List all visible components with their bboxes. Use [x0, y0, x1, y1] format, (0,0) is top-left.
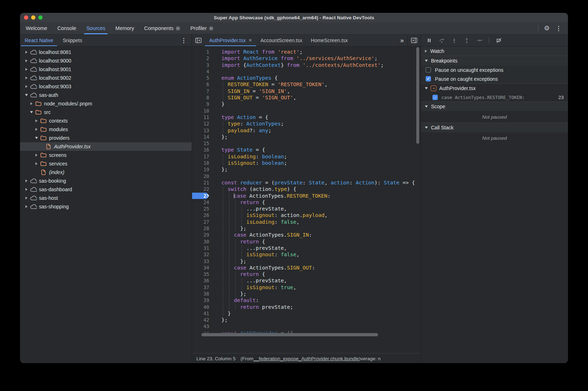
- code-line-31[interactable]: 31│ │ │ │ ...prevState,: [192, 245, 421, 251]
- line-number[interactable]: 7: [192, 88, 214, 94]
- code-line-15[interactable]: 15: [192, 140, 421, 147]
- close-window-icon[interactable]: [24, 15, 28, 20]
- tree-item-index[interactable]: (index): [20, 168, 192, 177]
- toggle-debugger-sidebar-icon[interactable]: [408, 35, 421, 46]
- line-number[interactable]: 5: [192, 75, 214, 81]
- pause-option-pause-on-uncaught-exceptions[interactable]: Pause on uncaught exceptions: [421, 65, 568, 74]
- tree-item-localhost-9002[interactable]: localhost:9002: [20, 74, 192, 82]
- minimize-window-icon[interactable]: [31, 15, 35, 20]
- code-line-33[interactable]: 33│ │ │ };: [192, 258, 421, 264]
- line-number[interactable]: 39: [192, 297, 214, 303]
- source-bundle-link[interactable]: __federation_expose_AuthProvider.chunk.b…: [254, 356, 359, 361]
- line-number[interactable]: 1: [192, 49, 214, 55]
- line-number[interactable]: 43: [192, 323, 214, 330]
- code-line-12[interactable]: 12│ type: ActionTypes;: [192, 120, 421, 127]
- line-number[interactable]: 31: [192, 245, 214, 251]
- main-tab-profiler[interactable]: Profiler: [185, 22, 219, 34]
- line-number[interactable]: 2: [192, 55, 214, 61]
- titlebar[interactable]: Super App Showcase (sdk_gphone64_arm64) …: [20, 13, 568, 22]
- settings-gear-icon[interactable]: ⚙: [544, 25, 550, 31]
- close-tab-icon[interactable]: ×: [249, 38, 252, 43]
- code-line-28[interactable]: 28│ │ │ };: [192, 225, 421, 232]
- line-number[interactable]: 6: [192, 81, 214, 88]
- code-line-43[interactable]: 43: [192, 323, 421, 330]
- line-number[interactable]: 32: [192, 251, 214, 258]
- line-number[interactable]: 37: [192, 284, 214, 291]
- navigator-tab-react-native[interactable]: React Native: [20, 35, 58, 46]
- more-tabs-icon[interactable]: »: [397, 35, 407, 46]
- line-number[interactable]: 27: [192, 219, 214, 225]
- line-number[interactable]: 3: [192, 62, 214, 68]
- code-line-38[interactable]: 38│ │ │ };: [192, 291, 421, 297]
- tree-item-localhost-9003[interactable]: localhost:9003: [20, 82, 192, 91]
- line-number[interactable]: 18: [192, 160, 214, 166]
- horizontal-scrollbar[interactable]: [201, 333, 378, 336]
- code-line-10[interactable]: 10: [192, 108, 421, 114]
- line-number[interactable]: 13: [192, 127, 214, 134]
- tree-item-src[interactable]: src: [20, 108, 192, 117]
- main-kebab-menu-icon[interactable]: ⋮: [555, 25, 562, 31]
- code-line-14[interactable]: 14};: [192, 134, 421, 140]
- code-line-18[interactable]: 18│ isSignout: boolean;: [192, 160, 421, 166]
- line-number[interactable]: 4: [192, 68, 214, 75]
- line-number[interactable]: 34: [192, 264, 214, 271]
- line-number[interactable]: 40: [192, 304, 214, 310]
- code-line-1[interactable]: 1import React from 'react';: [192, 49, 421, 55]
- line-number[interactable]: 12: [192, 120, 214, 127]
- watch-section-header[interactable]: Watch: [421, 46, 568, 56]
- code-line-11[interactable]: 11type Action = {: [192, 114, 421, 120]
- code-line-9[interactable]: 9}: [192, 101, 421, 107]
- main-tab-components[interactable]: Components: [139, 22, 185, 34]
- code-line-22[interactable]: 22│ switch (action.type) {: [192, 186, 421, 192]
- toggle-navigator-icon[interactable]: [192, 35, 205, 46]
- tree-item-localhost-8081[interactable]: localhost:8081: [20, 48, 192, 56]
- tree-item-authprovider-tsx[interactable]: AuthProvider.tsx: [20, 142, 192, 151]
- line-number[interactable]: 19: [192, 166, 214, 173]
- pause-option-pause-on-caught-exceptions[interactable]: Pause on caught exceptions: [421, 74, 568, 83]
- line-number[interactable]: 10: [192, 108, 214, 114]
- tree-item-sas-host[interactable]: sas-host: [20, 194, 192, 202]
- code-line-13[interactable]: 13│ payload?: any;: [192, 127, 421, 134]
- main-tab-sources[interactable]: Sources: [81, 22, 110, 34]
- code-line-5[interactable]: 5enum ActionTypes {: [192, 75, 421, 81]
- line-number[interactable]: 21: [192, 179, 214, 186]
- line-number[interactable]: 17: [192, 153, 214, 160]
- breakpoints-section-header[interactable]: Breakpoints: [421, 56, 568, 65]
- main-tab-memory[interactable]: Memory: [111, 22, 139, 34]
- code-line-17[interactable]: 17│ isLoading: boolean;: [192, 153, 421, 160]
- line-number[interactable]: 38: [192, 291, 214, 297]
- step-into-icon[interactable]: [451, 38, 457, 43]
- code-line-7[interactable]: 7│ SIGN_IN = 'SIGN_IN',: [192, 88, 421, 94]
- code-line-32[interactable]: 32│ │ │ │ isSignout: false,: [192, 251, 421, 258]
- line-number[interactable]: 36: [192, 277, 214, 284]
- breakpoint-file-group[interactable]: ‹› AuthProvider.tsx: [421, 84, 568, 93]
- code-line-21[interactable]: 21const reducer = (prevState: State, act…: [192, 179, 421, 186]
- line-number[interactable]: 20: [192, 173, 214, 179]
- line-number[interactable]: 9: [192, 101, 214, 107]
- tree-item-sas-auth[interactable]: sas-auth: [20, 91, 192, 99]
- line-number[interactable]: 15: [192, 140, 214, 147]
- tree-item-services[interactable]: services: [20, 159, 192, 168]
- tree-item-providers[interactable]: providers: [20, 134, 192, 142]
- tree-item-screens[interactable]: screens: [20, 151, 192, 159]
- line-number[interactable]: 30: [192, 238, 214, 245]
- scope-section-header[interactable]: Scope: [421, 102, 568, 111]
- line-number[interactable]: 25: [192, 206, 214, 212]
- step-out-icon[interactable]: [464, 38, 470, 43]
- code-line-25[interactable]: 25│ │ │ │ ...prevState,: [192, 206, 421, 212]
- tree-item-modules[interactable]: modules: [20, 125, 192, 134]
- code-line-30[interactable]: 30│ │ │ return {: [192, 238, 421, 245]
- tree-item-sas-dashboard[interactable]: sas-dashboard: [20, 185, 192, 194]
- code-line-4[interactable]: 4: [192, 68, 421, 75]
- code-line-35[interactable]: 35│ │ │ return {: [192, 271, 421, 277]
- tree-item-localhost-9001[interactable]: localhost:9001: [20, 65, 192, 74]
- code-line-37[interactable]: 37│ │ │ │ isSignout: true,: [192, 284, 421, 291]
- checkbox[interactable]: [432, 95, 438, 100]
- line-number[interactable]: 28: [192, 225, 214, 232]
- code-line-24[interactable]: 24│ │ │ return {: [192, 199, 421, 206]
- code-line-20[interactable]: 20: [192, 173, 421, 179]
- code-line-16[interactable]: 16type State = {: [192, 147, 421, 153]
- step-icon[interactable]: [476, 38, 482, 43]
- code-line-26[interactable]: 26│ │ │ │ isSignout: action.payload,: [192, 212, 421, 218]
- line-number[interactable]: 16: [192, 147, 214, 153]
